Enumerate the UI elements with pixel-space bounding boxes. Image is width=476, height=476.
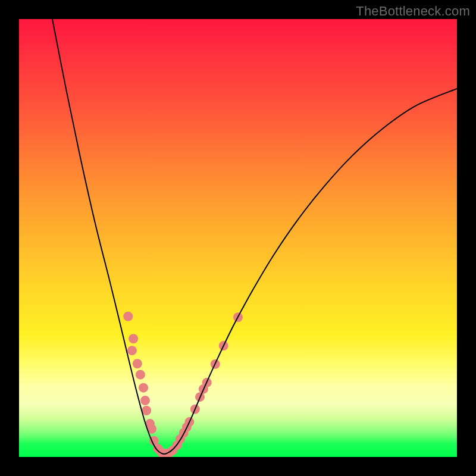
data-marker [127,346,137,355]
outer-frame: TheBottleneck.com [0,0,476,476]
data-marker [136,370,145,380]
data-marker [139,383,148,393]
data-marker [129,334,138,343]
data-marker [133,359,142,368]
data-marker [140,396,150,405]
watermark-text: TheBottleneck.com [356,4,470,19]
plot-area [19,19,457,457]
chart-svg [19,19,457,457]
bottleneck-curve [52,19,457,454]
data-marker [123,312,133,321]
